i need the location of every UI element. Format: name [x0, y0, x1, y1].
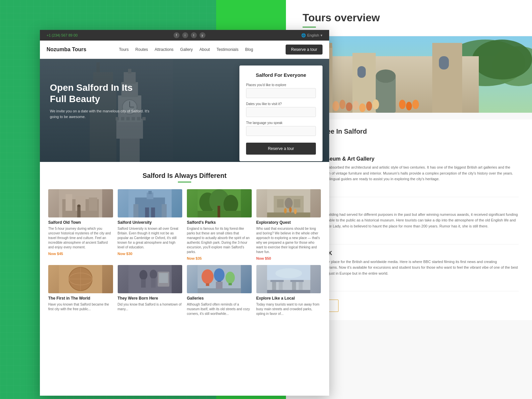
hero-title: Open Salford In Its Full Beauty — [50, 82, 150, 104]
tour-card-first-world[interactable]: The First in The World Have you known th… — [48, 265, 113, 318]
svg-rect-70 — [267, 212, 310, 217]
svg-point-62 — [223, 195, 238, 213]
tour-price-old-town: Now $45 — [48, 252, 113, 256]
tour-desc-first-world: Have you known that Salford became the f… — [48, 302, 113, 312]
tour-name-parks: Salford's Parks — [187, 220, 252, 225]
svg-point-80 — [139, 270, 147, 280]
tour-desc-parks: England is famous for its big forest-lik… — [187, 226, 252, 254]
places-input[interactable] — [246, 88, 316, 98]
svg-point-82 — [150, 270, 157, 279]
tour-card-old-town[interactable]: Salford Old Town The 5-hour journey duri… — [48, 189, 113, 260]
tour-name-born-here: They Were Born Here — [118, 296, 183, 301]
language-input[interactable] — [246, 126, 316, 136]
svg-rect-55 — [133, 204, 138, 217]
tour-img-parks — [187, 189, 252, 217]
tours-overview-title: Tours overview — [303, 12, 515, 24]
nav-tours[interactable]: Tours — [119, 47, 129, 52]
svg-rect-67 — [277, 199, 284, 207]
tour-desc-born-here: Did you know that Salford is a hometown … — [118, 302, 183, 312]
svg-rect-68 — [294, 199, 300, 207]
tours-overview-underline — [303, 27, 316, 28]
svg-rect-48 — [89, 198, 97, 211]
tour-img-first-world — [48, 265, 113, 293]
svg-rect-88 — [206, 283, 209, 286]
form-reserve-button[interactable]: Reserve a tour — [246, 143, 316, 155]
svg-point-71 — [284, 208, 287, 213]
tour-card-parks[interactable]: Salford's Parks England is famous for it… — [187, 189, 252, 260]
svg-rect-92 — [228, 283, 232, 285]
tour-name-galleries: Galleries — [187, 296, 252, 301]
tour-desc-university: Salford University is known all over Gre… — [118, 226, 183, 250]
tour-name-old-town: Salford Old Town — [48, 220, 113, 225]
svg-rect-64 — [217, 206, 220, 217]
nav-reserve-button[interactable]: Reserve a tour — [286, 45, 323, 55]
language-selector[interactable]: 🌐 English ▾ — [301, 33, 323, 38]
svg-rect-29 — [120, 135, 140, 162]
tour-name-explore-local: Explore Like a Local — [256, 296, 321, 301]
svg-point-73 — [294, 209, 297, 214]
dates-field-group: Dates you like to visit it? — [246, 102, 316, 117]
svg-rect-93 — [198, 288, 241, 293]
svg-rect-94 — [216, 282, 222, 289]
hero-content: Open Salford In Its Full Beauty We invit… — [50, 82, 150, 119]
site-logo[interactable]: Nozumba Tours — [47, 47, 86, 53]
tour-name-first-world: The First in The World — [48, 296, 113, 301]
facebook-icon[interactable]: f — [174, 32, 180, 38]
svg-point-69 — [285, 198, 293, 208]
attraction-name-mediacityuk: MediaCityUK — [299, 250, 519, 256]
svg-rect-34 — [128, 69, 131, 73]
tour-img-galleries — [187, 265, 252, 293]
tour-card-exploratory[interactable]: Exploratory Quest Who said that excursio… — [256, 189, 321, 260]
svg-rect-49 — [77, 206, 80, 217]
twitter-icon[interactable]: t — [191, 32, 197, 38]
instagram-icon[interactable]: i — [182, 32, 188, 38]
nav-attractions[interactable]: Attractions — [155, 47, 174, 52]
svg-rect-16 — [357, 66, 366, 78]
attraction-item-ordsall: Ordsall Hall An old Salford's building h… — [299, 197, 519, 244]
svg-rect-46 — [66, 194, 72, 211]
svg-point-23 — [359, 103, 366, 112]
svg-rect-54 — [148, 191, 152, 194]
attraction-desc-museum: The museum had absorbed the architectura… — [299, 165, 519, 182]
tour-name-university: Salford University — [118, 220, 183, 225]
svg-rect-15 — [439, 56, 449, 69]
nav-about[interactable]: About — [200, 47, 210, 52]
tour-img-old-town — [48, 189, 113, 217]
svg-rect-81 — [141, 279, 146, 288]
svg-point-72 — [289, 207, 292, 212]
tour-desc-old-town: The 5-hour journey during which you unco… — [48, 226, 113, 250]
svg-rect-102 — [267, 290, 310, 293]
chevron-down-icon: ▾ — [321, 33, 323, 38]
tour-desc-galleries: Although Salford often reminds of a muse… — [187, 302, 252, 316]
svg-point-3 — [472, 40, 532, 79]
nav-routes[interactable]: Routes — [135, 47, 148, 52]
tour-price-exploratory: Now $50 — [256, 256, 321, 260]
hero-section: Open Salford In Its Full Beauty We invit… — [40, 59, 329, 162]
svg-point-26 — [399, 100, 406, 109]
svg-point-25 — [372, 99, 379, 109]
tour-img-exploratory — [256, 189, 321, 217]
what-to-see-title: Wat To See In Salford — [299, 128, 519, 135]
svg-point-22 — [353, 101, 359, 110]
nav-gallery[interactable]: Gallery — [180, 47, 193, 52]
dates-input[interactable] — [246, 107, 316, 117]
svg-rect-83 — [151, 278, 156, 288]
tour-card-born-here[interactable]: They Were Born Here Did you know that Sa… — [118, 265, 183, 318]
tour-card-explore-local[interactable]: Explore Like a Local Today many tourists… — [256, 265, 321, 318]
svg-point-91 — [225, 272, 235, 284]
svg-point-104 — [275, 268, 302, 278]
svg-point-89 — [214, 268, 224, 282]
tours-grid-row1: Salford Old Town The 5-hour journey duri… — [48, 189, 321, 260]
svg-rect-6 — [432, 43, 462, 113]
nav-blog[interactable]: Blog — [245, 47, 253, 52]
svg-rect-56 — [162, 204, 167, 217]
youtube-icon[interactable]: y — [200, 32, 205, 38]
tour-card-university[interactable]: Salford University Salford University is… — [118, 189, 183, 260]
tour-card-galleries[interactable]: Galleries Although Salford often reminds… — [187, 265, 252, 318]
social-icons: f i t y — [174, 32, 205, 38]
tours-section: Salford Is Always Different Salford Ol — [40, 162, 329, 328]
tour-desc-exploratory: Who said that excursions should be long … — [256, 226, 321, 254]
svg-point-24 — [366, 101, 372, 111]
svg-point-28 — [412, 100, 419, 109]
nav-testimonials[interactable]: Testimonials — [216, 47, 238, 52]
